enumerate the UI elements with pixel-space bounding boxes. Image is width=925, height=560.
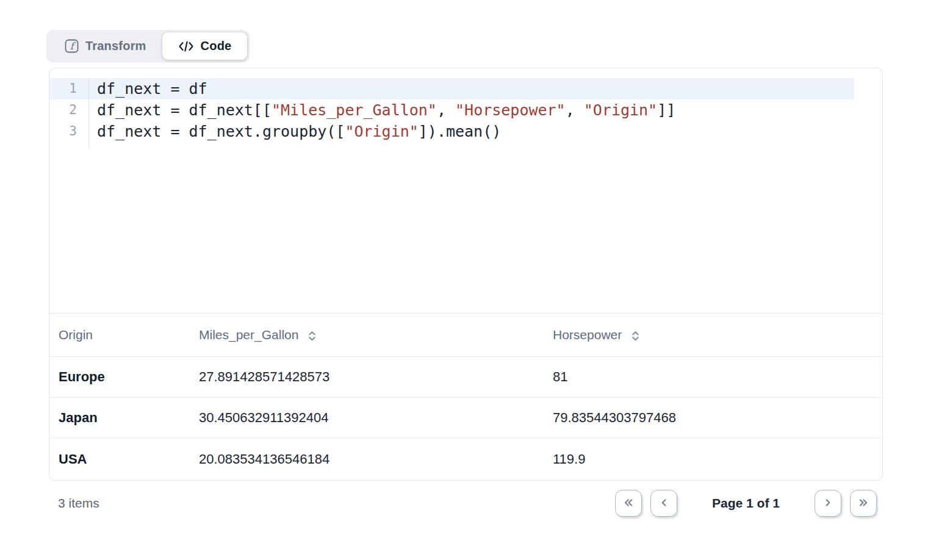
code-string-token: "Miles_per_Gallon" <box>272 101 437 119</box>
gutter-spacer <box>49 142 854 148</box>
view-mode-tabs: f Transform Code <box>46 30 250 62</box>
code-text: df_next = df_next.groupby(["Origin"]).me… <box>89 121 501 142</box>
code-and-table-panel: 1df_next = df2df_next = df_next[["Miles_… <box>49 68 883 481</box>
code-token: df_next = df_next[[ <box>97 101 272 119</box>
cell-miles-per-gallon: 27.891428571428573 <box>190 357 544 397</box>
chevron-left-icon <box>657 496 671 511</box>
code-token: ]).mean() <box>419 123 501 140</box>
code-text: df_next = df <box>89 78 207 99</box>
cell-miles-per-gallon: 30.450632911392404 <box>190 398 544 438</box>
column-header-miles_per_gallon[interactable]: Miles_per_Gallon <box>190 314 544 356</box>
code-brackets-icon <box>178 40 194 53</box>
cell-miles-per-gallon: 20.083534136546184 <box>190 439 544 479</box>
first-page-button[interactable] <box>615 490 642 517</box>
cell-origin: Japan <box>49 398 190 438</box>
table-row: USA20.083534136546184119.9 <box>49 439 882 479</box>
line-number: 2 <box>49 99 89 121</box>
code-token: df_next = df_next.groupby([ <box>97 123 345 140</box>
page-indicator: Page 1 of 1 <box>711 496 780 511</box>
line-number: 3 <box>49 121 89 142</box>
cell-horsepower: 79.83544303797468 <box>544 398 882 438</box>
chevrons-up-down-icon[interactable] <box>307 329 317 342</box>
column-header-origin: Origin <box>49 314 190 356</box>
code-line[interactable]: 1df_next = df <box>49 78 854 99</box>
code-token: ]] <box>657 101 675 119</box>
cell-horsepower: 119.9 <box>544 439 882 479</box>
cell-horsepower: 81 <box>544 357 882 397</box>
prev-page-button[interactable] <box>650 490 677 517</box>
code-string-token: "Origin" <box>345 123 418 140</box>
table-footer: 3 items Page 1 of 1 <box>49 488 883 519</box>
table-row: Europe27.89142857142857381 <box>49 357 882 398</box>
gutter-spacer-cell <box>49 142 89 148</box>
svg-text:f: f <box>70 40 76 52</box>
code-text: df_next = df_next[["Miles_per_Gallon", "… <box>89 99 675 121</box>
table-header: OriginMiles_per_GallonHorsepower <box>49 314 882 357</box>
chevrons-right-icon <box>857 496 870 511</box>
chevrons-left-icon <box>622 496 635 511</box>
pagination: Page 1 of 1 <box>615 490 877 517</box>
tab-transform-label: Transform <box>85 39 146 53</box>
tab-code-label: Code <box>201 39 232 53</box>
code-line[interactable]: 2df_next = df_next[["Miles_per_Gallon", … <box>49 99 854 121</box>
code-line[interactable]: 3df_next = df_next.groupby(["Origin"]).m… <box>49 121 854 142</box>
line-number: 1 <box>49 78 89 99</box>
table-body: Europe27.89142857142857381Japan30.450632… <box>49 357 882 479</box>
tab-code[interactable]: Code <box>162 32 248 60</box>
chevrons-up-down-icon[interactable] <box>630 329 641 342</box>
next-page-button[interactable] <box>815 490 841 517</box>
last-page-button[interactable] <box>850 490 877 517</box>
chevron-right-icon <box>821 496 835 511</box>
items-count: 3 items <box>49 496 99 511</box>
column-header-label: Miles_per_Gallon <box>199 328 298 342</box>
code-token: , <box>437 101 455 119</box>
column-header-label: Horsepower <box>553 328 622 342</box>
cell-origin: Europe <box>49 357 190 397</box>
cell-origin: USA <box>49 439 190 479</box>
function-icon: f <box>65 39 79 53</box>
column-header-horsepower[interactable]: Horsepower <box>544 314 882 356</box>
code-lines: 1df_next = df2df_next = df_next[["Miles_… <box>49 78 854 148</box>
code-string-token: "Horsepower" <box>455 101 566 119</box>
code-editor[interactable]: 1df_next = df2df_next = df_next[["Miles_… <box>49 68 882 314</box>
tab-transform[interactable]: f Transform <box>49 32 162 60</box>
code-token: df_next = df <box>97 80 207 98</box>
page: f Transform Code 1df_next = df2df_next =… <box>0 0 925 560</box>
column-header-label: Origin <box>59 328 93 342</box>
code-token: , <box>566 101 584 119</box>
table-row: Japan30.45063291139240479.83544303797468 <box>49 398 882 439</box>
code-string-token: "Origin" <box>584 101 657 119</box>
